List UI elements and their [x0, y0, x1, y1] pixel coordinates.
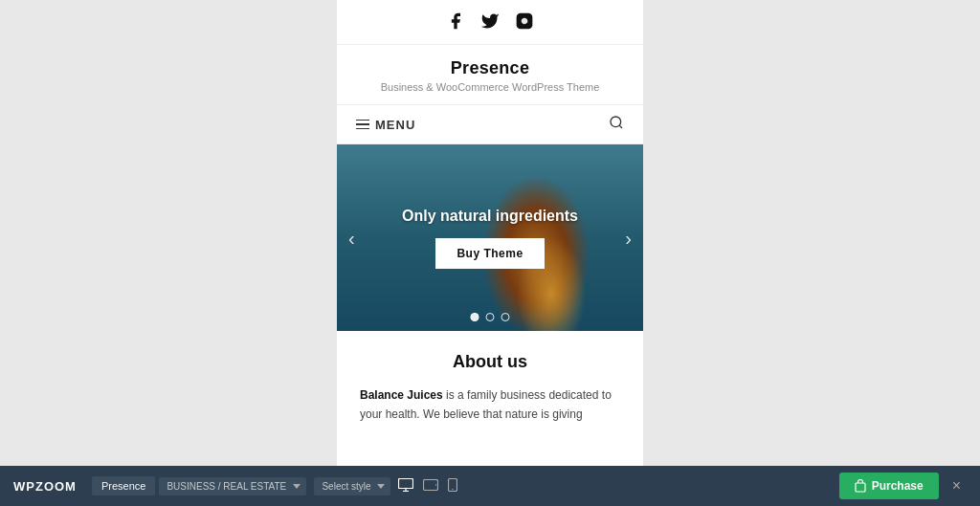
about-text: Balance Juices is a family business dedi…	[360, 385, 620, 425]
tablet-landscape-icon[interactable]	[423, 478, 438, 494]
right-gray-area	[643, 0, 980, 466]
slider-next-button[interactable]: ›	[619, 219, 637, 256]
svg-point-10	[453, 488, 454, 489]
menu-label-text: MENU	[375, 118, 415, 132]
svg-point-8	[435, 484, 436, 485]
social-bar	[337, 0, 643, 45]
dot-3[interactable]	[501, 313, 510, 321]
bottom-bar: WPZOOM Presence BUSINESS / REAL ESTATE S…	[0, 466, 980, 506]
facebook-icon[interactable]	[446, 11, 465, 34]
site-title-area: Presence Business & WooCommerce WordPres…	[337, 45, 643, 105]
wpzoom-logo: WPZOOM	[13, 479, 77, 494]
hero-slider: ‹ › Only natural ingredients Buy Theme	[337, 144, 643, 331]
tablet-portrait-icon[interactable]	[448, 478, 457, 495]
hero-content: Only natural ingredients Buy Theme	[337, 208, 643, 269]
purchase-icon	[855, 479, 866, 493]
site-title: Presence	[346, 58, 634, 78]
search-icon[interactable]	[609, 115, 624, 134]
style-dropdown[interactable]: Select style	[314, 477, 390, 495]
menu-toggle[interactable]: MENU	[356, 118, 415, 132]
menu-bar: MENU	[337, 105, 643, 144]
left-gray-area	[0, 0, 337, 466]
hamburger-icon	[356, 120, 369, 130]
close-button[interactable]: ×	[947, 473, 967, 498]
about-section: About us Balance Juices is a family busi…	[337, 331, 643, 440]
slider-prev-button[interactable]: ‹	[343, 219, 361, 256]
purchase-button[interactable]: Purchase	[839, 473, 939, 499]
desktop-icon[interactable]	[398, 478, 413, 495]
buy-theme-button[interactable]: Buy Theme	[435, 238, 544, 269]
category-dropdown[interactable]: BUSINESS / REAL ESTATE	[159, 477, 306, 495]
dot-1[interactable]	[471, 313, 479, 321]
svg-line-3	[619, 125, 622, 128]
about-text-bold: Balance Juices	[360, 388, 443, 402]
twitter-icon[interactable]	[480, 11, 500, 34]
device-icons	[398, 478, 457, 495]
dot-2[interactable]	[486, 313, 495, 321]
svg-point-2	[611, 117, 621, 127]
instagram-icon[interactable]	[515, 11, 534, 34]
site-subtitle: Business & WooCommerce WordPress Theme	[346, 81, 634, 93]
preview-container: Presence Business & WooCommerce WordPres…	[337, 0, 643, 466]
theme-name-badge: Presence	[92, 476, 155, 495]
slider-dots	[471, 313, 510, 321]
svg-rect-4	[399, 478, 413, 488]
about-title: About us	[360, 352, 620, 372]
hero-title: Only natural ingredients	[337, 208, 643, 225]
svg-rect-11	[856, 483, 865, 492]
purchase-label: Purchase	[872, 479, 924, 493]
